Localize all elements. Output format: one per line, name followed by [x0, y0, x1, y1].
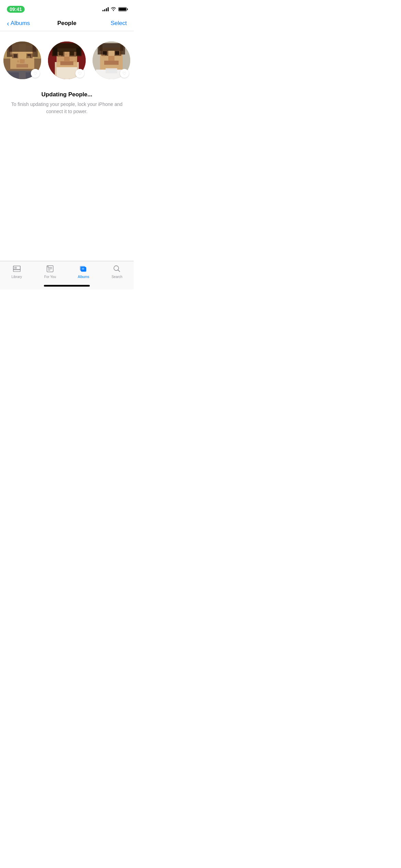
tab-for-you-label: For You — [44, 275, 56, 279]
chevron-left-icon: ‹ — [7, 20, 9, 27]
person-item-1[interactable]: ♡ — [3, 41, 41, 79]
back-button[interactable]: ‹ Albums — [7, 20, 30, 27]
svg-line-79 — [118, 270, 120, 272]
person-heart-3[interactable]: ♡ — [120, 69, 129, 78]
svg-rect-19 — [9, 72, 19, 79]
svg-rect-53 — [115, 51, 119, 55]
svg-rect-35 — [64, 57, 70, 61]
status-title: Updating People... — [10, 91, 123, 98]
svg-rect-22 — [27, 56, 30, 59]
svg-point-72 — [47, 266, 49, 268]
people-grid: ♡ — [0, 31, 134, 88]
svg-rect-60 — [106, 68, 117, 73]
battery-icon — [118, 7, 127, 11]
person-heart-2[interactable]: ♡ — [75, 69, 84, 78]
wifi-icon — [111, 6, 116, 12]
person-heart-1[interactable]: ♡ — [31, 69, 40, 78]
svg-rect-10 — [14, 54, 17, 58]
tab-albums-label: Albums — [78, 275, 89, 279]
signal-icon — [102, 7, 109, 11]
status-time: 09:41 — [7, 6, 25, 13]
tab-search-label: Search — [111, 275, 122, 279]
tab-library[interactable]: Library — [0, 264, 34, 279]
search-icon — [112, 264, 121, 274]
svg-rect-36 — [60, 61, 73, 65]
svg-rect-17 — [33, 43, 38, 57]
svg-rect-14 — [16, 64, 28, 68]
svg-rect-15 — [9, 41, 36, 52]
status-bar: 09:41 — [0, 0, 134, 17]
svg-rect-62 — [118, 57, 120, 59]
svg-rect-61 — [102, 55, 105, 57]
svg-rect-40 — [53, 48, 57, 55]
svg-rect-51 — [103, 51, 107, 55]
tab-albums[interactable]: Albums — [67, 264, 100, 279]
svg-rect-21 — [10, 52, 13, 55]
svg-rect-57 — [98, 45, 102, 55]
svg-rect-56 — [99, 43, 123, 51]
for-you-icon — [46, 264, 54, 274]
library-icon — [12, 264, 21, 274]
page-title: People — [57, 20, 76, 27]
svg-rect-13 — [20, 59, 25, 63]
svg-rect-41 — [76, 48, 81, 55]
svg-rect-34 — [70, 52, 74, 56]
person-item-3[interactable]: ♡ — [93, 41, 130, 79]
select-button[interactable]: Select — [111, 20, 127, 27]
svg-rect-64 — [13, 266, 20, 272]
status-icons — [102, 6, 127, 12]
svg-rect-58 — [120, 45, 125, 55]
svg-rect-37 — [54, 43, 80, 52]
svg-rect-23 — [17, 60, 19, 62]
svg-rect-24 — [24, 62, 26, 64]
svg-rect-32 — [59, 52, 63, 56]
back-label: Albums — [11, 20, 30, 27]
svg-rect-44 — [65, 53, 67, 56]
tab-search[interactable]: Search — [100, 264, 134, 279]
tab-for-you[interactable]: For You — [34, 264, 67, 279]
status-message: Updating People... To finish updating yo… — [0, 88, 134, 122]
svg-rect-43 — [73, 58, 75, 60]
svg-rect-42 — [58, 55, 61, 58]
svg-rect-67 — [14, 267, 16, 269]
nav-bar: ‹ Albums People Select — [0, 17, 134, 31]
svg-rect-63 — [110, 58, 112, 60]
home-indicator — [44, 285, 90, 287]
svg-rect-55 — [104, 61, 119, 65]
tab-library-label: Library — [11, 275, 22, 279]
status-body: To finish updating your people, lock you… — [10, 101, 123, 115]
albums-icon — [79, 264, 88, 274]
svg-rect-77 — [82, 268, 84, 270]
svg-rect-16 — [7, 43, 12, 57]
person-item-2[interactable]: ♡ — [48, 41, 86, 79]
